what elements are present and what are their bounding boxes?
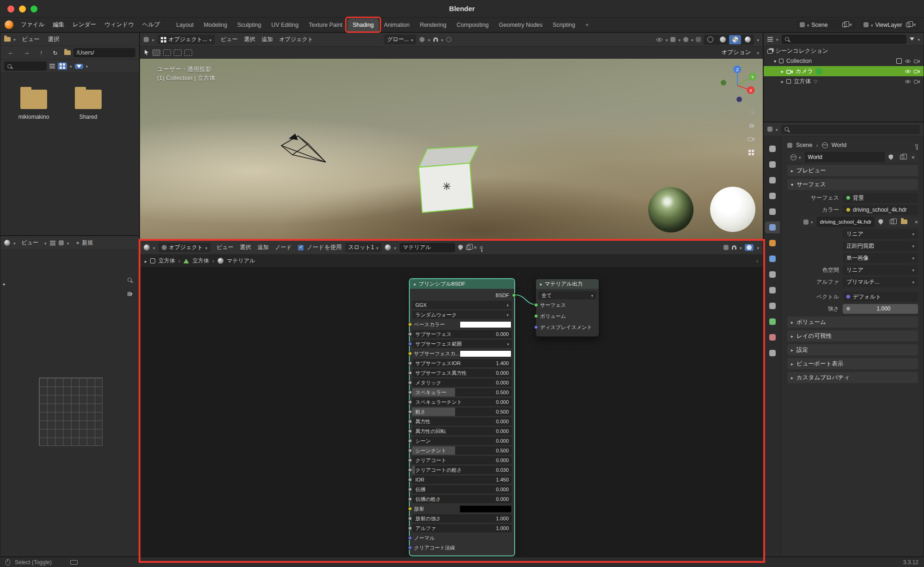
node-input-socket[interactable] xyxy=(408,478,412,482)
node-input-row[interactable]: 異方性0.000 異方性 異方性 異方性 xyxy=(412,417,512,426)
workspace-tab[interactable]: Compositing xyxy=(451,18,493,32)
node-input-socket[interactable] xyxy=(408,390,412,395)
node-input-row[interactable]: スペキュラーチント0.000 スペキュラーチント スペキュラーチント スペキュラ… xyxy=(412,398,512,406)
axis-y-label[interactable]: Y xyxy=(751,75,754,79)
node-input-socket[interactable] xyxy=(408,410,412,414)
axis-x-label[interactable]: X xyxy=(749,88,752,93)
topbar-menu[interactable]: 編集 xyxy=(49,19,68,30)
node-input-row[interactable]: クリアコート法線 クリアコート法線 クリアコート法線 クリアコート法線 xyxy=(412,543,512,552)
outliner-scene-collection[interactable]: シーンコレクション xyxy=(764,46,924,56)
vector-input-button[interactable]: デフォルト xyxy=(843,292,918,302)
node-input-row[interactable]: メタリック0.000 メタリック メタリック メタリック xyxy=(412,378,512,387)
camera-data-icon[interactable] xyxy=(816,68,822,74)
workspace-tab[interactable]: Scripting xyxy=(547,18,580,32)
colorspace-dropdown[interactable]: リニア xyxy=(843,265,918,275)
hide-eye-icon[interactable] xyxy=(905,79,911,84)
node-input-row[interactable]: 伝播の粗さ0.000 伝播の粗さ 伝播の粗さ 伝播の粗さ xyxy=(412,495,512,503)
source-dropdown[interactable]: 単一画像 xyxy=(843,253,918,263)
workspace-tab[interactable]: Sculpting xyxy=(232,18,266,32)
breadcrumb-expand-icon[interactable] xyxy=(145,258,147,264)
topbar-menu[interactable]: ヘルプ xyxy=(139,19,164,30)
folder-tile[interactable]: mikiomakino xyxy=(12,90,55,120)
properties-tab[interactable] xyxy=(765,253,780,265)
node-input-row[interactable]: スペキュラー0.500 スペキュラー スペキュラー スペキュラー xyxy=(412,388,512,396)
workspace-tab[interactable]: Animation xyxy=(379,18,415,32)
select-box-new-icon[interactable] xyxy=(163,49,171,56)
editor-type-icon[interactable] xyxy=(767,127,772,132)
properties-search-input[interactable] xyxy=(781,125,920,134)
topbar-menu[interactable]: ウィンドウ xyxy=(101,19,138,30)
node-input-row[interactable]: サーフェス xyxy=(538,301,596,309)
node-input-row[interactable]: ディスプレイスメント xyxy=(538,323,596,331)
unlink-scene-icon[interactable] xyxy=(849,21,852,28)
outliner-camera[interactable]: カメラ xyxy=(764,66,924,76)
shader-type-dropdown[interactable]: オブジェクト xyxy=(158,243,211,252)
viewport-menu[interactable]: 選択 xyxy=(241,35,258,44)
projection-dropdown[interactable]: 正距円筒図 xyxy=(843,241,918,251)
node-input-row[interactable]: IOR1.450 IOR IOR IOR xyxy=(412,476,512,484)
overlays-icon[interactable] xyxy=(683,37,688,42)
image-view-menu[interactable]: ビュー xyxy=(19,238,42,248)
node-input-socket[interactable] xyxy=(408,458,412,463)
workspace-tab[interactable]: Shading xyxy=(347,18,379,32)
editor-type-icon[interactable] xyxy=(767,37,773,38)
image-name-field[interactable]: driving_school_4k.hdr xyxy=(817,217,875,227)
shader-editor-menu[interactable]: ノード xyxy=(272,243,295,252)
new-material-icon[interactable] xyxy=(466,245,470,250)
material-output-node[interactable]: マテリアル出力 全て サーフェス ボリューム ディスプレイスメント xyxy=(535,279,599,337)
chevron-down-icon[interactable] xyxy=(757,244,759,251)
parent-nodes-icon[interactable] xyxy=(723,245,729,250)
workspace-tab[interactable]: + xyxy=(580,18,594,32)
navigation-gizmo[interactable]: Z Y X xyxy=(715,61,760,106)
properties-tab[interactable] xyxy=(765,190,780,202)
filter-toggle-button[interactable] xyxy=(75,64,83,69)
editor-type-icon[interactable] xyxy=(4,240,10,246)
world-datablock-selector[interactable] xyxy=(787,152,804,162)
image-selector[interactable] xyxy=(800,217,816,227)
node-input-row[interactable]: アルファ1.000 アルファ アルファ アルファ xyxy=(412,524,512,532)
hide-eye-icon[interactable] xyxy=(905,59,911,63)
color-input-button[interactable]: driving_school_4k.hdr xyxy=(843,205,918,215)
breadcrumb-scene[interactable]: Scene xyxy=(796,142,812,148)
properties-tab[interactable] xyxy=(765,284,780,296)
collapse-node-icon[interactable] xyxy=(413,281,416,287)
breadcrumb-object[interactable]: 立方体 xyxy=(158,257,175,265)
material-slot-dropdown[interactable]: スロット1 xyxy=(345,243,382,252)
image-icon[interactable] xyxy=(59,240,64,245)
node-input-socket[interactable] xyxy=(408,361,412,366)
proportional-editing-icon[interactable] xyxy=(446,37,451,42)
node-input-row[interactable]: 伝播0.000 伝播 伝播 伝播 xyxy=(412,485,512,494)
node-input-socket[interactable] xyxy=(408,507,412,511)
options-dropdown[interactable]: オプション xyxy=(718,47,755,58)
visibility-icon[interactable] xyxy=(656,37,663,42)
viewport-menu[interactable]: オブジェクト xyxy=(276,35,316,44)
node-input-socket[interactable] xyxy=(534,303,538,307)
image-unlink-button[interactable] xyxy=(911,217,921,227)
node-input-socket[interactable] xyxy=(408,546,412,550)
node-input-row[interactable]: ベースカラー ベースカラー ベースカラー ベースカラー xyxy=(412,320,512,329)
collapse-right-icon[interactable]: ‹ xyxy=(756,258,758,264)
workspace-tab[interactable]: UV Editing xyxy=(266,18,304,32)
panel-surface[interactable]: サーフェス xyxy=(787,179,918,190)
properties-tab[interactable] xyxy=(765,347,780,359)
axis-z-label[interactable]: Z xyxy=(736,67,739,72)
node-input-socket[interactable] xyxy=(408,497,412,501)
viewport-canvas[interactable]: ユーザー・透視投影 (1) Collection | 立方体 xyxy=(140,59,763,240)
shader-editor-menu[interactable]: ビュー xyxy=(214,243,237,252)
node-input-row[interactable]: クリアコート0.000 クリアコート クリアコート クリアコート xyxy=(412,456,512,464)
node-input-socket[interactable] xyxy=(408,439,412,443)
bsdf-output-socket[interactable] xyxy=(512,293,516,298)
properties-tab[interactable] xyxy=(765,159,780,171)
image-new-button[interactable] xyxy=(887,217,897,227)
node-input-row[interactable]: シーンチント0.500 シーンチント シーンチント シーンチント xyxy=(412,446,512,455)
properties-tab[interactable] xyxy=(765,237,780,249)
properties-tab[interactable] xyxy=(765,300,780,312)
select-box-add-icon[interactable] xyxy=(174,49,182,56)
node-input-socket[interactable] xyxy=(534,325,538,329)
blender-logo-icon[interactable] xyxy=(5,20,13,29)
editor-type-icon[interactable] xyxy=(4,37,11,42)
node-input-socket[interactable] xyxy=(408,381,412,385)
expand-icon[interactable] xyxy=(774,58,776,64)
color-swatch[interactable] xyxy=(460,506,511,512)
camera-object[interactable] xyxy=(279,133,332,169)
